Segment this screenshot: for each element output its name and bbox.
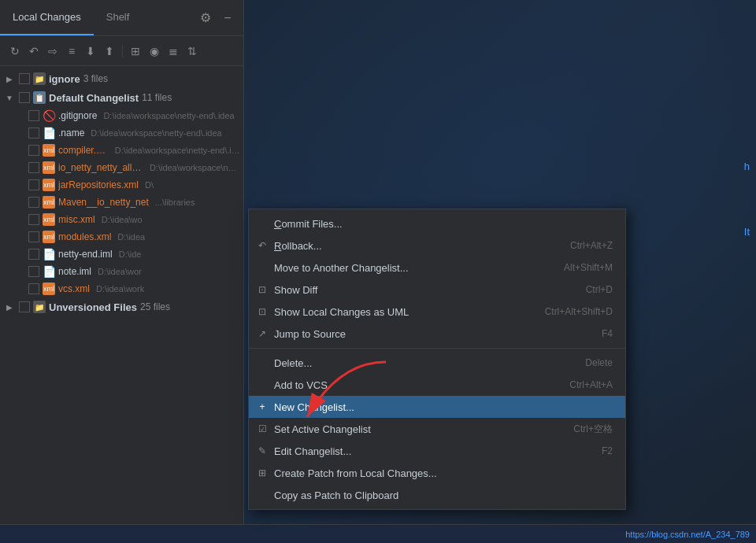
file-jar-repos-xml[interactable]: xml jarRepositories.xml D\ (0, 176, 243, 194)
minimize-button[interactable]: − (218, 9, 237, 28)
file-note-iml-name: note.iml (58, 266, 91, 277)
menu-jump-source-shortcut: F4 (602, 328, 613, 339)
right-panel-text-2: It (744, 223, 750, 241)
file-compiler-xml-name: compiler.xml (58, 145, 109, 156)
file-gitignore-checkbox[interactable] (28, 110, 39, 121)
eye-button[interactable]: ◉ (146, 42, 163, 60)
file-gitignore[interactable]: 🚫 .gitignore D:\idea\workspace\netty-end… (0, 107, 243, 124)
menu-edit-changelist[interactable]: ✎ Edit Changelist... F2 (249, 440, 625, 462)
menu-commit-files-label: Commit Files... (274, 218, 606, 230)
file-netty-end-iml-checkbox[interactable] (28, 249, 39, 260)
menu-add-vcs[interactable]: Add to VCS Ctrl+Alt+A (249, 374, 625, 396)
group-unversioned-arrow: ▶ (3, 301, 16, 313)
menu-copy-patch-label: Copy as Patch to Clipboard (274, 489, 606, 501)
menu-commit-files[interactable]: Commit Files... (249, 212, 625, 235)
menu-new-changelist[interactable]: + New Changelist... (249, 396, 625, 418)
tab-shelf-label: Shelf (106, 11, 130, 23)
group-default-changelist-count: 11 files (142, 92, 172, 103)
file-vcs-xml[interactable]: xml vcs.xml D:\idea\work (0, 280, 243, 297)
file-maven-io-netty[interactable]: xml Maven__io_netty_net ...\libraries (0, 194, 243, 211)
file-vcs-xml-icon: xml (43, 283, 55, 295)
menu-move-changelist-label: Move to Another Changelist... (274, 262, 558, 274)
tab-local-changes[interactable]: Local Changes (0, 0, 94, 35)
group-unversioned-name: Unversioned Files (49, 301, 137, 313)
menu-delete[interactable]: Delete... Delete (249, 352, 625, 374)
group-unversioned-header[interactable]: ▶ 📁 Unversioned Files 25 files (0, 297, 243, 316)
commit-button[interactable]: ⬆ (101, 42, 118, 60)
group-default-changelist-checkbox[interactable] (19, 92, 30, 103)
file-misc-xml-checkbox[interactable] (28, 214, 39, 225)
file-misc-xml-path: D:\idea\wo (102, 215, 143, 224)
menu-rollback-icon: ↶ (255, 238, 269, 253)
menu-show-diff-label: Show Diff (274, 284, 580, 296)
group-ignore-name: ignore (49, 73, 80, 85)
file-jar-repos-xml-checkbox[interactable] (28, 179, 39, 190)
file-name-name: .name (58, 127, 84, 139)
file-gitignore-name: .gitignore (58, 110, 97, 121)
status-url[interactable]: https://blog.csdn.net/A_234_789 (625, 530, 750, 539)
menu-show-diff-icon: ⊡ (255, 283, 269, 297)
tab-shelf[interactable]: Shelf (94, 0, 143, 35)
sort-button[interactable]: ⇅ (183, 42, 201, 60)
refresh-button[interactable]: ↻ (6, 42, 24, 60)
file-misc-xml-icon: xml (43, 213, 55, 226)
menu-create-patch[interactable]: ⊞ Create Patch from Local Changes... (249, 462, 625, 484)
file-name-file[interactable]: 📄 .name D:\idea\workspace\netty-end\.ide… (0, 124, 243, 142)
menu-show-uml[interactable]: ⊡ Show Local Changes as UML Ctrl+Alt+Shi… (249, 301, 625, 323)
group-default-changelist-header[interactable]: ▼ 📋 Default Changelist 11 files (0, 88, 243, 107)
menu-move-changelist[interactable]: Move to Another Changelist... Alt+Shift+… (249, 257, 625, 279)
menu-move-changelist-shortcut: Alt+Shift+M (564, 262, 613, 273)
jump-button[interactable]: ⇨ (44, 42, 61, 60)
group-button[interactable]: ⊞ (127, 42, 144, 60)
menu-copy-patch[interactable]: Copy as Patch to Clipboard (249, 484, 625, 506)
file-jar-repos-xml-path: D\ (145, 180, 154, 190)
file-name-checkbox[interactable] (28, 127, 39, 139)
file-name-path: D:\idea\workspace\netty-end\.idea (91, 128, 221, 138)
group-unversioned-checkbox[interactable] (19, 301, 30, 312)
file-maven-io-netty-checkbox[interactable] (28, 197, 39, 208)
file-modules-xml-path: D:\idea (117, 232, 145, 242)
toolbar-separator-1 (122, 45, 123, 57)
right-panel-hint: h It (744, 157, 750, 242)
menu-jump-source-icon: ↗ (255, 327, 269, 341)
menu-rollback[interactable]: ↶ Rollback... Ctrl+Alt+Z (249, 235, 625, 257)
file-compiler-xml-checkbox[interactable] (28, 145, 39, 156)
menu-set-active-label: Set Active Changelist (274, 423, 567, 435)
group-unversioned: ▶ 📁 Unversioned Files 25 files (0, 297, 243, 316)
file-misc-xml[interactable]: xml misc.xml D:\idea\wo (0, 211, 243, 228)
menu-add-vcs-shortcut: Ctrl+Alt+A (569, 379, 613, 390)
menu-show-diff[interactable]: ⊡ Show Diff Ctrl+D (249, 279, 625, 301)
file-note-iml[interactable]: 📄 note.iml D:\idea\wor (0, 263, 243, 280)
group-default-changelist-arrow: ▼ (3, 91, 16, 104)
group-ignore-checkbox[interactable] (19, 73, 30, 84)
diff-button[interactable]: ≡ (63, 42, 80, 60)
menu-set-active[interactable]: ☑ Set Active Changelist Ctrl+空格 (249, 418, 625, 440)
file-io-netty-xml-checkbox[interactable] (28, 162, 39, 173)
file-netty-end-iml-path: D:\ide (119, 249, 142, 259)
file-netty-end-iml[interactable]: 📄 netty-end.iml D:\ide (0, 246, 243, 263)
tab-actions: ⚙ − (196, 9, 243, 28)
file-modules-xml-icon: xml (43, 231, 55, 243)
expand-button[interactable]: ≣ (165, 42, 182, 60)
file-io-netty-xml[interactable]: xml io_netty_netty_all_4_1_20_Final.xml … (0, 159, 243, 176)
menu-set-active-shortcut: Ctrl+空格 (573, 423, 613, 436)
menu-new-changelist-icon: + (255, 400, 269, 414)
group-ignore-header[interactable]: ▶ 📁 ignore 3 files (0, 69, 243, 88)
update-button[interactable]: ⬇ (82, 42, 99, 60)
file-vcs-xml-checkbox[interactable] (28, 283, 39, 294)
file-compiler-xml[interactable]: xml compiler.xml D:\idea\workspace\netty… (0, 142, 243, 159)
undo-button[interactable]: ↶ (25, 42, 43, 60)
status-bar: https://blog.csdn.net/A_234_789 (0, 524, 756, 543)
settings-button[interactable]: ⚙ (196, 9, 215, 28)
main-panel: Local Changes Shelf ⚙ − ↻ ↶ ⇨ ≡ ⬇ ⬆ ⊞ ◉ … (0, 0, 244, 543)
file-netty-end-iml-icon: 📄 (43, 248, 55, 260)
menu-create-patch-label: Create Patch from Local Changes... (274, 467, 606, 479)
group-default-changelist-name: Default Changelist (49, 92, 139, 104)
menu-create-patch-icon: ⊞ (255, 466, 269, 480)
file-modules-xml-checkbox[interactable] (28, 231, 39, 242)
group-unversioned-icon: 📁 (33, 301, 46, 313)
file-modules-xml[interactable]: xml modules.xml D:\idea (0, 228, 243, 246)
file-name-icon: 📄 (43, 127, 55, 139)
file-note-iml-checkbox[interactable] (28, 266, 39, 277)
menu-jump-source[interactable]: ↗ Jump to Source F4 (249, 323, 625, 345)
